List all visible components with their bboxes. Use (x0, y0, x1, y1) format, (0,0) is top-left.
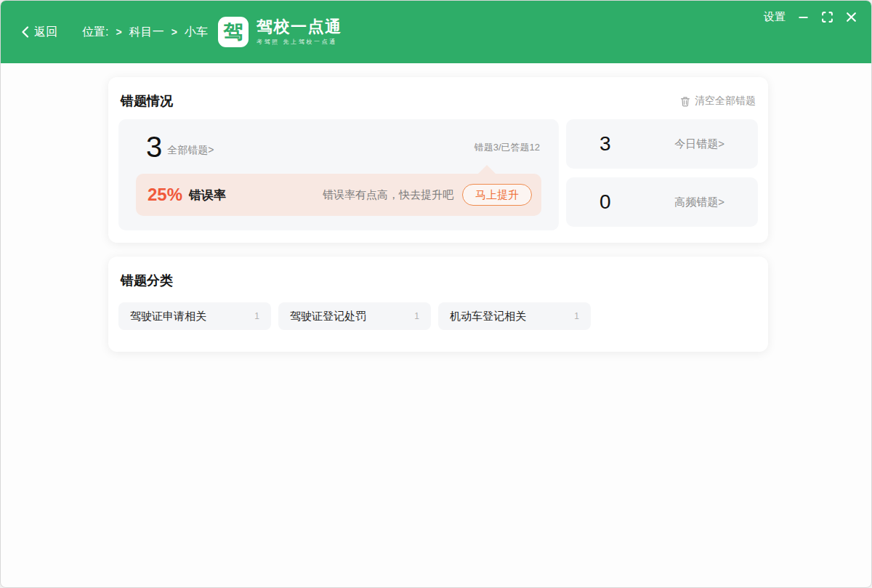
breadcrumb-separator: > (171, 26, 177, 38)
breadcrumb-item-vehicle: 小车 (185, 25, 208, 40)
category-count: 1 (414, 311, 419, 321)
today-wrong-label: 今日错题> (674, 137, 724, 151)
error-rate-label: 错误率 (189, 187, 226, 204)
close-button[interactable] (846, 12, 857, 23)
error-rate-banner: 25% 错误率 错误率有点高，快去提升吧 马上提升 (136, 174, 541, 216)
category-tag[interactable]: 驾驶证申请相关 1 (118, 302, 271, 330)
clear-all-wrong-button[interactable]: 清空全部错题 (680, 94, 756, 108)
category-count: 1 (254, 311, 259, 321)
close-icon (846, 12, 857, 23)
breadcrumb-separator: > (116, 26, 121, 38)
back-button[interactable]: 返回 (21, 25, 57, 40)
back-label: 返回 (34, 25, 57, 40)
settings-button[interactable]: 设置 (764, 10, 786, 24)
today-wrong-value: 3 (600, 132, 611, 156)
breadcrumb-label: 位置: (82, 25, 108, 40)
breadcrumb: 位置: > 科目一 > 小车 (82, 25, 208, 40)
today-wrong-panel[interactable]: 3 今日错题> (566, 119, 758, 169)
wrong-overview-card: 错题情况 清空全部错题 3 全部错题> 错题3/已答题12 (108, 77, 768, 243)
error-rate-message: 错误率有点高，快去提升吧 (323, 188, 453, 202)
clear-all-wrong-label: 清空全部错题 (695, 94, 756, 108)
maximize-button[interactable] (821, 11, 833, 23)
improve-now-button[interactable]: 马上提升 (462, 184, 532, 206)
category-tag[interactable]: 机动车登记相关 1 (438, 302, 591, 330)
chevron-left-icon (21, 26, 29, 38)
app-tagline: 考驾照 先上驾校一点通 (257, 38, 342, 46)
titlebar: 返回 位置: > 科目一 > 小车 驾 驾校一点通 考驾照 先上驾校一点通 设置 (1, 1, 871, 63)
app-title: 驾校一点通 (257, 19, 342, 35)
total-wrong-label[interactable]: 全部错题> (167, 144, 214, 157)
total-wrong-value: 3 (146, 132, 162, 161)
minimize-button[interactable] (798, 12, 809, 23)
category-tags: 驾驶证申请相关 1 驾驶证登记处罚 1 机动车登记相关 1 (108, 302, 768, 330)
logo-text: 驾校一点通 考驾照 先上驾校一点通 (257, 19, 342, 46)
category-label: 机动车登记相关 (450, 310, 526, 323)
error-rate-value: 25% (148, 185, 182, 205)
app-window: 返回 位置: > 科目一 > 小车 驾 驾校一点通 考驾照 先上驾校一点通 设置 (0, 0, 872, 588)
frequent-wrong-value: 0 (600, 190, 611, 214)
maximize-icon (821, 11, 833, 23)
minimize-icon (798, 12, 809, 23)
logo-glyph: 驾 (224, 19, 243, 45)
categories-card: 错题分类 驾驶证申请相关 1 驾驶证登记处罚 1 机动车登记相关 1 (108, 257, 768, 352)
categories-title: 错题分类 (121, 273, 173, 289)
category-count: 1 (574, 311, 579, 321)
breadcrumb-item-subject: 科目一 (129, 25, 164, 40)
category-tag[interactable]: 驾驶证登记处罚 1 (278, 302, 431, 330)
logo-badge-icon: 驾 (218, 17, 249, 47)
category-label: 驾驶证申请相关 (130, 310, 206, 323)
window-controls: 设置 (764, 10, 857, 24)
frequent-wrong-panel[interactable]: 0 高频错题> (566, 177, 758, 227)
app-logo: 驾 驾校一点通 考驾照 先上驾校一点通 (218, 1, 342, 63)
frequent-wrong-label: 高频错题> (674, 196, 724, 209)
wrong-overview-title: 错题情况 (121, 93, 173, 109)
total-wrong-panel[interactable]: 3 全部错题> 错题3/已答题12 25% 错误率 错误率有点高，快去提升吧 马… (118, 119, 559, 230)
trash-icon (680, 96, 690, 107)
category-label: 驾驶证登记处罚 (290, 310, 366, 323)
answered-summary: 错题3/已答题12 (475, 141, 540, 154)
